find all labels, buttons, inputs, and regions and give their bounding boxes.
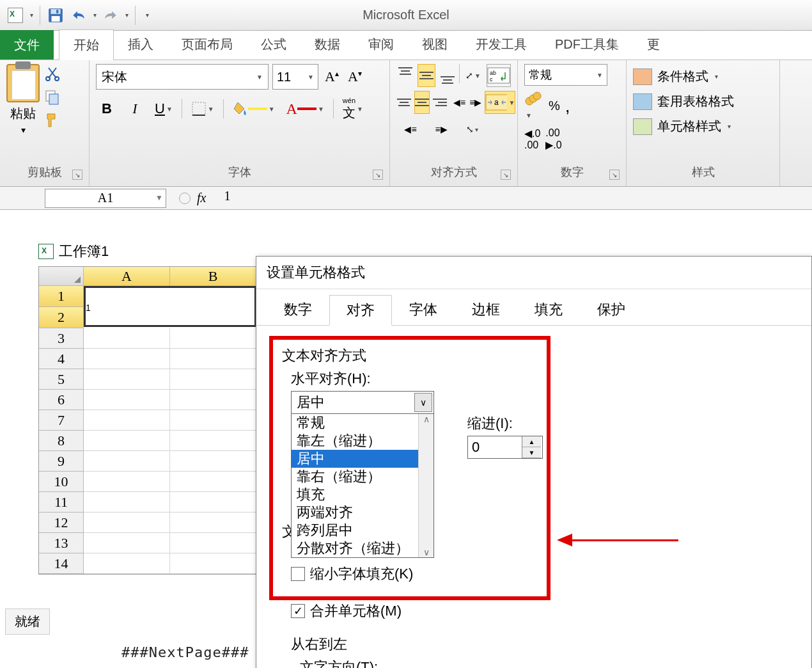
- row-header-3[interactable]: 3: [39, 328, 84, 349]
- combo-drop-icon[interactable]: ∨: [414, 393, 432, 412]
- align-middle-button[interactable]: [418, 64, 436, 87]
- dialog-tab-number[interactable]: 数字: [267, 294, 329, 325]
- accounting-format-button[interactable]: ▼: [524, 91, 543, 121]
- number-launcher-icon[interactable]: ↘: [609, 170, 620, 180]
- tab-page-layout[interactable]: 页面布局: [168, 29, 247, 60]
- dialog-tab-alignment[interactable]: 对齐: [329, 295, 392, 326]
- cell[interactable]: [170, 349, 256, 369]
- undo-button[interactable]: [68, 5, 89, 26]
- cell[interactable]: [170, 513, 256, 533]
- cell-a1-b2-merged[interactable]: 1: [84, 286, 256, 327]
- dialog-tab-protection[interactable]: 保护: [580, 294, 643, 325]
- phonetic-button[interactable]: wén文▼: [340, 96, 366, 122]
- dropdown-option-selected[interactable]: 居中: [292, 450, 433, 468]
- dialog-tab-border[interactable]: 边框: [455, 294, 517, 325]
- dropdown-option[interactable]: 靠右（缩进）: [292, 468, 433, 486]
- qat-customize-drop-icon[interactable]: ▾: [141, 12, 153, 19]
- dropdown-option[interactable]: 常规: [292, 414, 433, 432]
- clipboard-launcher-icon[interactable]: ↘: [72, 170, 82, 180]
- formula-input[interactable]: 1: [219, 189, 812, 208]
- font-size-combo[interactable]: 11▼: [272, 64, 318, 90]
- row-header-1[interactable]: 1: [39, 286, 84, 307]
- alignment-launcher-icon[interactable]: ↘: [501, 170, 511, 180]
- cell[interactable]: [84, 349, 170, 369]
- increase-decimal-button[interactable]: ◀.0.00: [524, 127, 540, 151]
- cell[interactable]: [170, 431, 256, 451]
- copy-button[interactable]: [43, 90, 61, 105]
- format-table-button[interactable]: 套用表格格式: [633, 89, 773, 114]
- horizontal-align-combo[interactable]: 居中 ∨: [291, 391, 434, 414]
- tab-developer[interactable]: 开发工具: [462, 29, 541, 60]
- dropdown-option[interactable]: 跨列居中: [292, 521, 433, 539]
- cell[interactable]: [170, 492, 256, 513]
- row-header-11[interactable]: 11: [39, 492, 84, 513]
- row-header-14[interactable]: 14: [39, 553, 84, 574]
- align-right-button[interactable]: [432, 91, 448, 114]
- fill-color-button[interactable]: ▼: [230, 96, 277, 122]
- cell[interactable]: [170, 328, 256, 349]
- tab-view[interactable]: 视图: [408, 29, 462, 60]
- cell[interactable]: [170, 472, 256, 492]
- dialog-tab-font[interactable]: 字体: [392, 294, 455, 325]
- font-name-combo[interactable]: 宋体▼: [96, 64, 269, 90]
- cell[interactable]: [84, 513, 170, 533]
- row-header-4[interactable]: 4: [39, 349, 84, 369]
- italic-button[interactable]: I: [124, 96, 146, 122]
- comma-button[interactable]: ,: [565, 96, 570, 116]
- indent-spinner[interactable]: ▲▼: [467, 436, 543, 459]
- format-painter-button[interactable]: [43, 113, 61, 128]
- tab-formulas[interactable]: 公式: [247, 29, 301, 60]
- save-button[interactable]: [45, 5, 66, 26]
- dropdown-option[interactable]: 分散对齐（缩进）: [292, 539, 433, 557]
- row-header-10[interactable]: 10: [39, 472, 84, 492]
- cell[interactable]: [84, 492, 170, 513]
- cell[interactable]: [84, 533, 170, 553]
- font-launcher-icon[interactable]: ↘: [373, 170, 383, 180]
- cell[interactable]: [84, 328, 170, 349]
- bold-button[interactable]: B: [96, 96, 118, 122]
- dropdown-option[interactable]: 靠左（缩进）: [292, 432, 433, 450]
- row-header-2[interactable]: 2: [39, 307, 84, 328]
- tab-review[interactable]: 审阅: [354, 29, 408, 60]
- name-box[interactable]: A1▼: [45, 189, 166, 208]
- row-header-7[interactable]: 7: [39, 410, 84, 431]
- qat-menu-drop-icon[interactable]: ▾: [28, 12, 35, 19]
- cell[interactable]: [170, 369, 256, 390]
- cell[interactable]: [170, 410, 256, 431]
- increase-indent2-button[interactable]: ≡▶: [427, 118, 455, 141]
- column-header-b[interactable]: B: [170, 267, 256, 286]
- fx-icon[interactable]: fx: [197, 191, 206, 205]
- column-header-a[interactable]: A: [84, 267, 170, 286]
- underline-button[interactable]: U▼: [152, 96, 175, 122]
- tab-data[interactable]: 数据: [301, 29, 354, 60]
- cell[interactable]: [170, 390, 256, 410]
- dropdown-scrollbar[interactable]: ∧∨: [418, 414, 433, 557]
- row-header-5[interactable]: 5: [39, 369, 84, 390]
- row-header-8[interactable]: 8: [39, 431, 84, 451]
- increase-indent-button[interactable]: ≡▶: [469, 91, 482, 114]
- cell[interactable]: [84, 553, 170, 574]
- decrease-decimal-button[interactable]: .00▶.0: [545, 127, 561, 151]
- dropdown-option[interactable]: 填充: [292, 486, 433, 504]
- cell[interactable]: [170, 553, 256, 574]
- excel-menu-icon[interactable]: [5, 5, 26, 26]
- redo-drop-icon[interactable]: ▾: [123, 12, 130, 19]
- increase-font-button[interactable]: A▴: [322, 68, 341, 85]
- undo-drop-icon[interactable]: ▾: [91, 12, 98, 19]
- tab-file[interactable]: 文件: [0, 30, 54, 60]
- cell[interactable]: [84, 431, 170, 451]
- row-header-13[interactable]: 13: [39, 533, 84, 553]
- row-header-9[interactable]: 9: [39, 451, 84, 472]
- cell[interactable]: [84, 451, 170, 472]
- conditional-formatting-button[interactable]: 条件格式▾: [633, 64, 773, 89]
- wrap-text-button[interactable]: abc: [487, 64, 511, 87]
- number-format-combo[interactable]: 常规▼: [524, 64, 607, 86]
- percent-button[interactable]: %: [549, 99, 560, 113]
- dropdown-option[interactable]: 两端对齐: [292, 504, 433, 521]
- tab-insert[interactable]: 插入: [114, 29, 168, 60]
- cell-styles-button[interactable]: 单元格样式▾: [633, 114, 773, 139]
- spinner-up-icon[interactable]: ▲: [522, 436, 541, 447]
- cut-button[interactable]: [43, 67, 61, 82]
- cancel-edit-icon[interactable]: [179, 193, 191, 204]
- tab-pdf[interactable]: PDF工具集: [541, 29, 633, 60]
